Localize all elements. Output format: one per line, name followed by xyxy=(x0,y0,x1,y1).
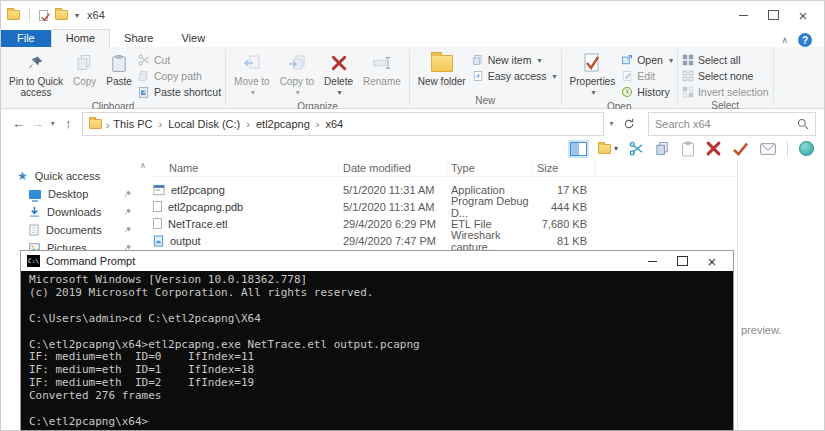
paste-toolbar-button[interactable] xyxy=(681,141,695,157)
history-clock-icon xyxy=(621,86,633,98)
button-label: Copy xyxy=(73,76,96,87)
up-button[interactable]: ↑ xyxy=(59,116,78,131)
properties-check-icon[interactable] xyxy=(39,10,48,21)
separator xyxy=(787,141,788,157)
ribbon-group-organize: Move to Copy to Delete Rename Organize xyxy=(226,47,409,108)
column-header-name[interactable]: Name xyxy=(151,162,339,174)
easy-access-icon xyxy=(472,70,484,82)
preview-pane-text: preview. xyxy=(741,324,781,336)
file-date: 29/4/2020 7:47 PM xyxy=(339,235,447,247)
maximize-button[interactable] xyxy=(758,4,788,26)
console-line: Microsoft Windows [Version 10.0.18362.77… xyxy=(29,274,733,287)
back-button[interactable]: ← xyxy=(9,116,28,131)
sidebar-item-downloads[interactable]: Downloads xyxy=(1,203,146,221)
recent-locations-icon[interactable]: ▾ xyxy=(47,119,59,128)
wireshark-file-icon xyxy=(153,235,164,247)
invert-selection-button[interactable]: Invert selection xyxy=(682,85,769,99)
folder-options-button[interactable]: ▾ xyxy=(598,144,618,154)
help-icon[interactable]: ? xyxy=(798,33,812,47)
mail-icon xyxy=(760,143,776,155)
column-header-type[interactable]: Type xyxy=(447,162,533,174)
sidebar-item-documents[interactable]: Documents xyxy=(1,221,146,239)
new-item-button[interactable]: New item xyxy=(472,53,557,67)
file-row-nettrace-etl[interactable]: NetTrace.etl 29/4/2020 6:29 PM ETL File … xyxy=(151,215,736,232)
new-folder-qat-icon[interactable] xyxy=(55,10,68,20)
file-row-etl2pcapng[interactable]: etl2pcapng 5/1/2020 11:31 AM Application… xyxy=(151,181,736,198)
file-type: Wireshark capture... xyxy=(447,229,533,253)
pin-to-quick-access-button[interactable]: Pin to Quick access xyxy=(5,50,67,100)
cut-toolbar-button[interactable] xyxy=(629,141,644,156)
copy-path-button[interactable]: Copy path xyxy=(138,69,221,83)
paste-button[interactable]: Paste xyxy=(102,50,136,89)
history-button[interactable]: History xyxy=(621,85,673,99)
edit-icon xyxy=(621,70,633,82)
tab-share[interactable]: Share xyxy=(110,30,167,47)
rename-icon xyxy=(373,52,391,74)
button-label: Delete xyxy=(324,76,353,87)
cut-button[interactable]: Cut xyxy=(138,53,221,67)
column-header-date[interactable]: Date modified xyxy=(339,162,447,174)
select-all-icon xyxy=(682,54,694,66)
refresh-icon[interactable] xyxy=(619,118,638,130)
crumb-x64[interactable]: x64 xyxy=(321,118,347,130)
file-name: NetTrace.etl xyxy=(168,218,228,230)
search-box[interactable] xyxy=(648,112,816,136)
sidebar-item-quick-access[interactable]: ★ Quick access xyxy=(1,167,146,185)
sidebar-item-desktop[interactable]: Desktop xyxy=(1,185,146,203)
collapse-ribbon-icon[interactable]: ∧ xyxy=(781,35,788,45)
column-headers: Name Date modified Type Size xyxy=(151,159,736,177)
copy-toolbar-button[interactable] xyxy=(655,141,670,157)
delete-toolbar-button[interactable] xyxy=(706,141,721,156)
file-row-etl2pcapng-pdb[interactable]: etl2pcapng.pdb 5/1/2020 11:31 AM Program… xyxy=(151,198,736,215)
button-label: Paste shortcut xyxy=(154,86,221,98)
copy-button[interactable]: Copy xyxy=(69,50,100,89)
minimize-button[interactable] xyxy=(728,4,758,26)
button-label: Copy to xyxy=(280,76,314,87)
select-none-button[interactable]: Select none xyxy=(682,69,769,83)
address-bar[interactable]: This PC Local Disk (C:) etl2pcapng x64 xyxy=(82,112,604,136)
console-line: C:\Users\admin>cd C:\etl2pcapng\X64 xyxy=(29,313,733,326)
open-icon xyxy=(621,54,633,66)
open-button[interactable]: Open xyxy=(621,53,673,67)
globe-toolbar-button[interactable] xyxy=(799,141,814,156)
ribbon-group-clipboard: Pin to Quick access Copy Paste Cut xyxy=(1,47,225,108)
crumb-this-pc[interactable]: This PC xyxy=(109,118,156,130)
cmd-titlebar[interactable]: C:\ Command Prompt xyxy=(21,251,733,271)
properties-button[interactable]: Properties xyxy=(566,50,620,100)
tab-file[interactable]: File xyxy=(1,30,51,47)
tab-view[interactable]: View xyxy=(167,30,219,47)
cmd-close-button[interactable] xyxy=(697,252,727,270)
copy-to-button[interactable]: Copy to xyxy=(276,50,318,100)
paste-shortcut-button[interactable]: Paste shortcut xyxy=(138,85,221,99)
confirm-toolbar-button[interactable] xyxy=(732,142,749,156)
close-button[interactable] xyxy=(788,4,818,26)
easy-access-button[interactable]: Easy access xyxy=(472,69,557,83)
preview-pane-toggle[interactable] xyxy=(570,142,587,156)
cmd-minimize-button[interactable] xyxy=(637,252,667,270)
address-dropdown-icon[interactable]: ▾ xyxy=(604,119,619,128)
edit-button[interactable]: Edit xyxy=(621,69,673,83)
tab-home[interactable]: Home xyxy=(51,29,110,47)
ribbon: Pin to Quick access Copy Paste Cut xyxy=(1,47,824,109)
qat-customize-icon[interactable]: ▾ xyxy=(75,11,79,20)
rename-button[interactable]: Rename xyxy=(359,50,405,89)
separator xyxy=(773,49,774,106)
scrollbar-up-icon[interactable]: ∧ xyxy=(140,161,146,170)
move-to-button[interactable]: Move to xyxy=(230,50,274,100)
paste-icon xyxy=(681,141,695,157)
delete-button[interactable]: Delete xyxy=(320,50,357,100)
cmd-maximize-button[interactable] xyxy=(667,252,697,270)
forward-button[interactable]: → xyxy=(28,116,47,131)
application-icon xyxy=(153,184,165,196)
file-size: 7,680 KB xyxy=(533,218,595,230)
file-row-output[interactable]: output 29/4/2020 7:47 PM Wireshark captu… xyxy=(151,232,736,249)
delete-x-icon xyxy=(706,141,721,156)
crumb-local-disk[interactable]: Local Disk (C:) xyxy=(164,118,244,130)
search-input[interactable] xyxy=(655,118,797,130)
crumb-etl2pcapng[interactable]: etl2pcapng xyxy=(252,118,314,130)
mail-toolbar-button[interactable] xyxy=(760,143,776,155)
column-header-size[interactable]: Size xyxy=(533,162,595,174)
new-folder-button[interactable]: New folder xyxy=(414,50,470,89)
cmd-console[interactable]: Microsoft Windows [Version 10.0.18362.77… xyxy=(21,271,733,429)
select-all-button[interactable]: Select all xyxy=(682,53,769,67)
